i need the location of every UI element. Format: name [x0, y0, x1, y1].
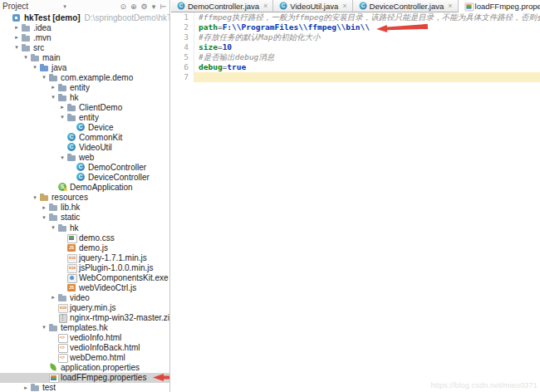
chevron-right-icon[interactable]: ▸	[12, 34, 21, 41]
tab-close-icon[interactable]: ×	[263, 2, 268, 10]
chevron-down-icon[interactable]: ▾	[49, 224, 57, 231]
tab-close-icon[interactable]: ×	[342, 2, 346, 10]
tree-row-webvideoctrl-js[interactable]: webVideoCtrl.js	[0, 282, 169, 292]
tree-row-vedioinfo-html[interactable]: vedioInfo.html	[0, 333, 169, 343]
chevron-down-icon[interactable]: ▾	[31, 194, 39, 201]
chevron-down-icon[interactable]: ▾	[40, 324, 48, 331]
code-line-6[interactable]: debug=true	[194, 62, 540, 72]
tab-videoutil-java[interactable]: VideoUtil.java×	[273, 0, 352, 12]
tree-item-label: vedioInfoBack.html	[70, 343, 140, 352]
tree-item-label: jsPlugin-1.0.0.min.js	[79, 263, 153, 272]
chevron-right-icon[interactable]: ▸	[49, 294, 57, 301]
editor[interactable]: 1234567 #ffmpeg执行路径，一般为ffmpeg的安装目录，该路径只能…	[171, 12, 540, 82]
tree-row-nginx-rtmp-win32-master-zip[interactable]: nginx-rtmp-win32-master.zip	[0, 312, 169, 322]
tree-row-hk[interactable]: ▾hk	[0, 223, 169, 233]
tree-row-entity[interactable]: ▸entity	[0, 82, 169, 92]
chevron-down-icon[interactable]: ▾	[49, 94, 57, 100]
tree-row-idea[interactable]: ▸.idea	[0, 22, 169, 32]
chevron-right-icon[interactable]: ▸	[40, 204, 48, 211]
locate-icon[interactable]: ⊙	[120, 2, 126, 11]
tree-row-vedioinfoback-html[interactable]: vedioInfoBack.html	[0, 343, 169, 353]
tree-row-resources[interactable]: ▾resources	[0, 193, 169, 203]
tree-row-demo-js[interactable]: demo.js	[0, 243, 169, 252]
tree-row-device[interactable]: Device	[0, 123, 169, 133]
editor-code[interactable]: #ffmpeg执行路径，一般为ffmpeg的安装目录，该路径只能是目录，不能为具…	[194, 12, 540, 82]
comment-text: #存放任务的默认Map的初始化大小	[199, 32, 320, 42]
tree-row-jquery-1-7-1-min-js[interactable]: jquery-1.7.1.min.js	[0, 252, 169, 262]
folder-icon	[30, 53, 40, 62]
property-key: path	[199, 22, 218, 32]
tree-row-video[interactable]: ▸video	[0, 292, 169, 302]
class-icon	[76, 173, 86, 182]
tree-row-templates-hk[interactable]: ▾templates.hk	[0, 322, 169, 332]
chevron-down-icon[interactable]: ▾	[40, 74, 48, 81]
chevron-down-icon[interactable]: ▾	[40, 214, 48, 221]
tree-row-democontroller[interactable]: DemoController	[0, 163, 169, 173]
tree-row-hktest-demo[interactable]: hkTest [demo]D:\springbootDemo\hkTest	[0, 12, 169, 22]
code-line-7[interactable]	[194, 72, 540, 82]
code-line-1[interactable]: #ffmpeg执行路径，一般为ffmpeg的安装目录，该路径只能是目录，不能为具…	[194, 12, 540, 22]
tree-row-jsplugin-1-0-0-min-js[interactable]: jsPlugin-1.0.0.min.js	[0, 262, 169, 272]
code-line-3[interactable]: #存放任务的默认Map的初始化大小	[194, 32, 540, 42]
tree-row-test[interactable]: ▸test	[0, 383, 169, 392]
tree-row-static[interactable]: ▾static	[0, 213, 169, 223]
tree-row-loadffmpeg-properties[interactable]: loadFFmpeg.properties	[0, 373, 169, 383]
tree-item-label: com.example.demo	[61, 73, 133, 82]
chevron-right-icon[interactable]: ▸	[12, 24, 21, 31]
tree-row-java[interactable]: ▾java	[0, 62, 169, 72]
tree-row-webdemo-html[interactable]: webDemo.html	[0, 353, 169, 363]
html-icon	[57, 353, 67, 362]
tab-democontroller-java[interactable]: DemoController.java×	[171, 0, 273, 12]
collapse-all-icon[interactable]: ⊕	[130, 2, 137, 11]
project-icon	[12, 13, 22, 22]
package-icon	[57, 83, 67, 92]
tab-label: DemoController.java	[188, 2, 259, 11]
settings-gear-icon[interactable]: ⚙	[141, 2, 148, 11]
line-number: 1	[171, 12, 189, 22]
project-panel-toolbar: ⊙⊕⚙▾⊢	[120, 2, 166, 11]
tree-item-label: Device	[88, 123, 114, 132]
chevron-down-icon[interactable]: ▾	[31, 64, 39, 71]
project-tool-window: Project ▾ ⊙⊕⚙▾⊢ hkTest [demo]D:\springbo…	[0, 0, 170, 392]
tree-row-application-properties[interactable]: application.properties	[0, 363, 169, 373]
class-icon	[66, 143, 76, 152]
tree-item-label: jquery-1.7.1.min.js	[79, 253, 147, 262]
chevron-right-icon[interactable]: ▸	[58, 104, 66, 110]
tab-devicecontroller-java[interactable]: DeviceController.java×	[353, 0, 459, 12]
tab-close-icon[interactable]: ×	[448, 2, 452, 10]
chevron-down-icon[interactable]: ▾	[58, 114, 66, 120]
project-path-hint: D:\springbootDemo\hkTest	[85, 13, 170, 22]
tree-row-web[interactable]: ▾web	[0, 153, 169, 163]
tree-row-entity[interactable]: ▾entity	[0, 112, 169, 122]
tree-row-lib-hk[interactable]: ▸lib.hk	[0, 203, 169, 213]
tree-row-devicecontroller[interactable]: DeviceController	[0, 173, 169, 183]
chevron-down-icon[interactable]: ▾	[12, 44, 21, 51]
hide-panel-icon[interactable]: ⊢	[160, 2, 166, 11]
tree-row-demoapplication[interactable]: DemoApplication	[0, 183, 169, 193]
code-line-5[interactable]: #是否输出debug消息	[194, 52, 540, 62]
tree-row-webcomponentskit-exe[interactable]: WebComponentsKit.exe	[0, 272, 169, 282]
project-panel-header: Project ▾ ⊙⊕⚙▾⊢	[0, 0, 169, 12]
tree-row-jquery-min-js[interactable]: jquery.min.js	[0, 302, 169, 312]
tree-row-hk[interactable]: ▾hk	[0, 92, 169, 102]
tree-item-label: DeviceController	[88, 173, 150, 182]
tree-row-src[interactable]: ▾src	[0, 42, 169, 52]
code-line-2[interactable]: path=F:\\ProgramFiles\\ffmpeg\\bin\\	[194, 22, 540, 32]
package-icon	[66, 153, 76, 162]
chevron-down-icon[interactable]: ▾	[22, 54, 30, 61]
chevron-down-icon[interactable]: ▾	[58, 154, 66, 161]
tree-row-com-example-demo[interactable]: ▾com.example.demo	[0, 72, 169, 82]
chevron-right-icon[interactable]: ▸	[49, 84, 57, 91]
tree-row-demo-css[interactable]: demo.css	[0, 233, 169, 243]
tab-loadffmpeg-properties[interactable]: loadFFmpeg.properties×	[459, 0, 540, 12]
tree-row-clientdemo[interactable]: ▸ClientDemo	[0, 102, 169, 112]
tree-item-label: CommonKit	[79, 133, 122, 142]
tree-row-mvn[interactable]: ▸.mvn	[0, 32, 169, 42]
chevron-right-icon[interactable]: ▸	[22, 385, 30, 391]
tree-row-main[interactable]: ▾main	[0, 52, 169, 62]
code-line-4[interactable]: size=10	[194, 42, 540, 52]
tree-row-videoutil[interactable]: VideoUtil	[0, 143, 169, 153]
tree-row-commonkit[interactable]: CommonKit	[0, 133, 169, 143]
project-view-dropdown-icon[interactable]: ▾	[63, 3, 66, 10]
tree-item-label: hkTest [demo]	[24, 13, 81, 22]
